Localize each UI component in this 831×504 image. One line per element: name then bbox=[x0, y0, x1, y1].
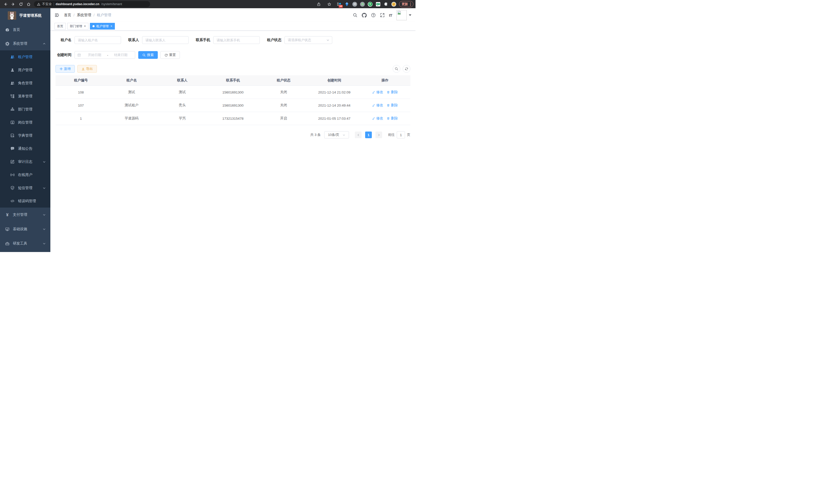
next-page-button[interactable] bbox=[375, 131, 382, 138]
sidebar-item-role[interactable]: 角色管理 bbox=[0, 77, 50, 90]
sidebar-item-system[interactable]: 系统管理 bbox=[0, 37, 50, 50]
add-button[interactable]: 新增 bbox=[56, 65, 75, 73]
home-icon[interactable] bbox=[25, 1, 32, 7]
date-range-separator: - bbox=[106, 53, 109, 57]
sidebar-item-menu[interactable]: 菜单管理 bbox=[0, 90, 50, 103]
table-row: 107 测试租户 秃头 15601691300 关闭 2021-12-14 20… bbox=[56, 99, 410, 112]
help-icon[interactable] bbox=[371, 13, 376, 18]
sidebar-item-infra[interactable]: 基础设施 bbox=[0, 222, 50, 236]
share-icon[interactable] bbox=[315, 1, 322, 7]
monitor-icon bbox=[5, 227, 9, 232]
profile-avatar-icon[interactable] bbox=[391, 2, 396, 7]
font-size-icon[interactable]: tT bbox=[389, 13, 392, 18]
breadcrumb-separator: / bbox=[74, 13, 75, 17]
edit-link[interactable]: 修改 bbox=[372, 116, 383, 121]
page-size-select[interactable]: 10条/页 bbox=[324, 131, 349, 139]
ext-chat-icon[interactable] bbox=[375, 2, 380, 7]
tenant-name-input[interactable] bbox=[75, 36, 121, 44]
tab-home[interactable]: 首页 bbox=[55, 23, 66, 30]
user-avatar[interactable] bbox=[397, 10, 411, 20]
app-logo-rabbit bbox=[8, 11, 16, 20]
refresh-table-icon[interactable] bbox=[403, 65, 410, 73]
create-time-range-picker[interactable]: 开始日期 - 结束日期 bbox=[75, 51, 135, 59]
contact-input[interactable] bbox=[142, 36, 189, 44]
menu-tree-icon bbox=[10, 94, 15, 98]
address-bar[interactable]: 不安全 dashboard.yudao.iocoder.cn/system/te… bbox=[34, 1, 150, 7]
chat-bubble-icon bbox=[10, 146, 15, 151]
sidebar-item-user[interactable]: 用户管理 bbox=[0, 63, 50, 77]
back-icon[interactable] bbox=[2, 1, 9, 7]
browser-toolbar: 不安全 dashboard.yudao.iocoder.cn/system/te… bbox=[0, 0, 416, 8]
ext-tasks-icon[interactable]: 10 bbox=[336, 2, 342, 7]
sidebar-item-sms[interactable]: 短信管理 bbox=[0, 181, 50, 195]
ext-yuque-icon[interactable]: Y bbox=[368, 2, 373, 7]
url-path: /system/tenant bbox=[101, 2, 122, 6]
close-icon[interactable]: × bbox=[84, 25, 86, 28]
github-icon[interactable] bbox=[362, 13, 367, 18]
current-page-button[interactable]: 1 bbox=[365, 131, 372, 138]
sidebar-item-error-code[interactable]: 错误码管理 bbox=[0, 195, 50, 208]
toolbox-icon bbox=[5, 241, 9, 246]
reload-icon[interactable] bbox=[18, 1, 24, 7]
goto-page-input[interactable] bbox=[397, 131, 405, 139]
edit-link[interactable]: 修改 bbox=[372, 103, 383, 108]
tenant-name-label: 租户名 bbox=[56, 38, 71, 42]
fullscreen-icon[interactable] bbox=[380, 13, 385, 18]
edit-link[interactable]: 修改 bbox=[372, 90, 383, 94]
breadcrumb-system[interactable]: 系统管理 bbox=[77, 13, 91, 18]
delete-link[interactable]: 删除 bbox=[387, 103, 398, 108]
sidebar-item-home[interactable]: 首页 bbox=[0, 23, 50, 37]
status-label: 租户状态 bbox=[267, 38, 281, 42]
sidebar-item-tenant[interactable]: 租户管理 bbox=[0, 50, 50, 63]
reset-button[interactable]: 重置 bbox=[160, 51, 180, 59]
delete-link[interactable]: 删除 bbox=[387, 90, 398, 94]
tab-tenant[interactable]: 租户管理 × bbox=[90, 23, 115, 30]
dashboard-icon bbox=[5, 28, 9, 32]
sidebar-item-dept[interactable]: 部门管理 bbox=[0, 103, 50, 116]
url-host: dashboard.yudao.iocoder.cn bbox=[56, 2, 99, 6]
ext-badge: 10 bbox=[339, 5, 343, 8]
tab-dept[interactable]: 部门管理 × bbox=[67, 23, 88, 30]
forward-icon[interactable] bbox=[10, 1, 17, 7]
status-select[interactable]: 请选择租户状态 bbox=[284, 36, 332, 44]
breadcrumb: 首页 / 系统管理 / 租户管理 bbox=[64, 13, 111, 18]
filter-row-2: 创建时间 开始日期 - 结束日期 搜索 重置 bbox=[56, 51, 410, 59]
sidebar-item-devtools[interactable]: 研发工具 bbox=[0, 236, 50, 251]
chevron-down-icon bbox=[42, 242, 46, 245]
sidebar-item-post[interactable]: 岗位管理 bbox=[0, 116, 50, 129]
browser-menu-icon[interactable] bbox=[410, 3, 411, 6]
col-mobile: 联系手机 bbox=[208, 75, 258, 86]
end-date-placeholder[interactable]: 结束日期 bbox=[109, 53, 132, 57]
broken-avatar-image-icon bbox=[397, 10, 407, 20]
yen-icon: ¥ bbox=[5, 213, 9, 217]
security-label: 不安全 bbox=[42, 2, 52, 6]
show-search-toggle-icon[interactable] bbox=[393, 65, 400, 73]
prev-page-button[interactable] bbox=[355, 131, 362, 138]
export-button[interactable]: 导出 bbox=[77, 65, 97, 73]
sidebar-item-online-user[interactable]: 在线用户 bbox=[0, 168, 50, 181]
tags-view-bar: 首页 部门管理 × 租户管理 × bbox=[50, 22, 416, 31]
header-search-icon[interactable] bbox=[353, 13, 357, 18]
col-contact: 联系人 bbox=[157, 75, 208, 86]
close-icon[interactable]: × bbox=[111, 25, 112, 28]
sidebar-item-audit-log[interactable]: 审计日志 bbox=[0, 155, 50, 168]
ext-kite-icon[interactable] bbox=[344, 2, 349, 7]
breadcrumb-current: 租户管理 bbox=[97, 13, 111, 18]
search-button[interactable]: 搜索 bbox=[138, 51, 158, 59]
goto-label: 前往 bbox=[388, 132, 395, 137]
extensions-puzzle-icon[interactable] bbox=[383, 2, 389, 7]
mobile-input[interactable] bbox=[213, 36, 260, 44]
ext-recorder-icon[interactable] bbox=[360, 2, 365, 7]
app-logo-row[interactable]: 芋道管理系统 bbox=[0, 8, 50, 23]
sidebar-item-dict[interactable]: 字典管理 bbox=[0, 129, 50, 142]
browser-update-button[interactable]: 更新 bbox=[399, 1, 413, 7]
sidebar-collapse-icon[interactable] bbox=[55, 12, 60, 18]
breadcrumb-home[interactable]: 首页 bbox=[64, 13, 71, 18]
ext-command-icon[interactable]: ⌘ bbox=[352, 2, 357, 7]
delete-link[interactable]: 删除 bbox=[387, 116, 398, 121]
sidebar-item-notice[interactable]: 通知公告 bbox=[0, 142, 50, 155]
sidebar-item-pay[interactable]: ¥ 支付管理 bbox=[0, 208, 50, 222]
address-divider bbox=[54, 2, 54, 6]
bookmark-star-icon[interactable] bbox=[326, 1, 333, 7]
start-date-placeholder[interactable]: 开始日期 bbox=[83, 53, 106, 57]
